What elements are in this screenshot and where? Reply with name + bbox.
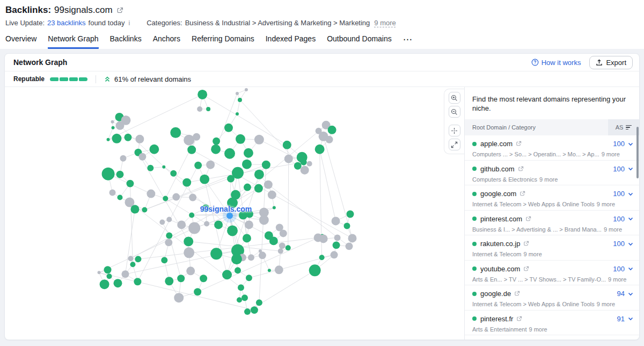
domain-row[interactable]: youtube.com100Arts & En... > TV ... > TV… (465, 261, 639, 286)
graph-node[interactable] (102, 168, 115, 181)
graph-node[interactable] (214, 220, 223, 229)
graph-node[interactable] (348, 234, 357, 242)
graph-node[interactable] (166, 217, 172, 222)
chevron-down-icon[interactable] (627, 265, 634, 272)
domain-link[interactable]: google.de (480, 290, 511, 298)
graph-node[interactable] (243, 234, 251, 242)
graph-node[interactable] (328, 126, 336, 134)
more-categories-link[interactable]: 9 more (604, 226, 622, 233)
more-categories-link[interactable]: 9 more (608, 276, 626, 283)
tab-overview[interactable]: Overview (5, 34, 36, 49)
domain-row[interactable]: pinterest.fr91Arts & Entertainment9 more (465, 311, 639, 336)
chevron-down-icon[interactable] (627, 141, 634, 147)
graph-node[interactable] (227, 225, 238, 236)
graph-node[interactable] (238, 98, 242, 102)
graph-node[interactable] (104, 266, 112, 273)
graph-node[interactable] (165, 239, 172, 246)
graph-node[interactable] (244, 308, 251, 315)
graph-node[interactable] (172, 193, 180, 201)
graph-node[interactable] (241, 294, 248, 301)
graph-node[interactable] (100, 279, 109, 289)
graph-node[interactable] (182, 178, 191, 187)
graph-node[interactable] (186, 266, 195, 275)
graph-node[interactable] (128, 256, 133, 261)
external-link-icon[interactable] (525, 216, 531, 222)
graph-node[interactable] (344, 222, 350, 229)
tab-referring-domains[interactable]: Referring Domains (192, 34, 254, 49)
network-graph-svg[interactable] (5, 87, 464, 340)
graph-node[interactable] (134, 278, 141, 285)
graph-node[interactable] (194, 162, 202, 169)
graph-node[interactable] (118, 195, 123, 200)
external-link-icon[interactable] (523, 266, 529, 272)
categories-more-link[interactable]: 9 more (374, 19, 396, 27)
domain-row[interactable]: hubspot.com89 (465, 335, 639, 340)
graph-node[interactable] (254, 184, 263, 193)
graph-node[interactable] (231, 254, 242, 264)
graph-node[interactable] (135, 135, 144, 143)
graph-node[interactable] (254, 170, 264, 179)
graph-node[interactable] (222, 270, 232, 279)
graph-node[interactable] (211, 145, 221, 154)
graph-node[interactable] (246, 275, 252, 281)
more-categories-link[interactable]: 9 more (597, 301, 615, 307)
graph-node[interactable] (268, 191, 276, 199)
graph-node[interactable] (242, 160, 252, 169)
chevron-down-icon[interactable] (627, 315, 634, 322)
tab-network-graph[interactable]: Network Graph (48, 34, 98, 49)
domain-link[interactable]: pinterest.com (480, 215, 522, 223)
graph-node[interactable] (235, 267, 241, 273)
graph-node[interactable] (227, 175, 235, 183)
graph-node[interactable] (194, 288, 201, 295)
graph-node[interactable] (184, 135, 194, 146)
domain-link[interactable]: google.com (480, 190, 516, 198)
graph-node[interactable] (245, 220, 253, 229)
graph-node[interactable] (319, 255, 325, 260)
chevron-down-icon[interactable] (627, 241, 634, 247)
graph-node[interactable] (197, 90, 207, 99)
graph-node[interactable] (121, 270, 129, 278)
graph-node[interactable] (204, 221, 209, 226)
graph-node[interactable] (116, 121, 125, 130)
domain-row[interactable]: rakuten.co.jp100Internet & Telecom9 more (465, 235, 639, 261)
graph-node[interactable] (326, 136, 333, 143)
external-link-icon[interactable] (516, 316, 522, 322)
graph-node[interactable] (294, 162, 302, 170)
external-link-icon[interactable] (116, 7, 123, 14)
domain-link[interactable]: apple.com (480, 140, 513, 148)
graph-node[interactable] (184, 236, 193, 246)
chevron-down-icon[interactable] (627, 165, 634, 172)
graph-node[interactable] (112, 134, 122, 143)
external-link-icon[interactable] (514, 291, 520, 297)
export-button[interactable]: Export (589, 56, 633, 69)
graph-node[interactable] (116, 171, 124, 178)
more-categories-link[interactable]: 9 more (529, 326, 547, 333)
graph-node[interactable] (126, 180, 134, 188)
graph-node[interactable] (286, 245, 291, 250)
graph-node[interactable] (170, 127, 181, 138)
graph-node[interactable] (251, 306, 258, 314)
zoom-in-button[interactable] (449, 92, 460, 104)
graph-node[interactable] (262, 161, 270, 169)
graph-node[interactable] (188, 222, 200, 234)
tab-backlinks[interactable]: Backlinks (110, 34, 142, 49)
domain-row[interactable]: apple.com100Computers ... > So... > Oper… (465, 135, 639, 161)
more-categories-link[interactable]: 9 more (524, 251, 542, 257)
graph-node[interactable] (170, 170, 177, 177)
zoom-out-button[interactable] (449, 106, 460, 118)
graph-node[interactable] (346, 242, 353, 250)
graph-node[interactable] (236, 134, 245, 144)
graph-node[interactable] (264, 181, 273, 189)
domain-link[interactable]: rakuten.co.jp (480, 240, 520, 248)
graph-node[interactable] (269, 236, 278, 245)
chevron-down-icon[interactable] (627, 291, 634, 297)
graph-node[interactable] (165, 277, 173, 285)
graph-node[interactable] (112, 126, 115, 129)
more-categories-link[interactable]: 9 more (597, 201, 615, 207)
graph-node[interactable] (275, 265, 283, 274)
graph-node[interactable] (107, 273, 112, 279)
backlinks-today-link[interactable]: 23 backlinks (47, 19, 86, 27)
graph-node[interactable] (244, 184, 251, 191)
domain-row[interactable]: google.de94Internet & Telecom > Web Apps… (465, 285, 639, 311)
graph-node[interactable] (120, 155, 126, 162)
